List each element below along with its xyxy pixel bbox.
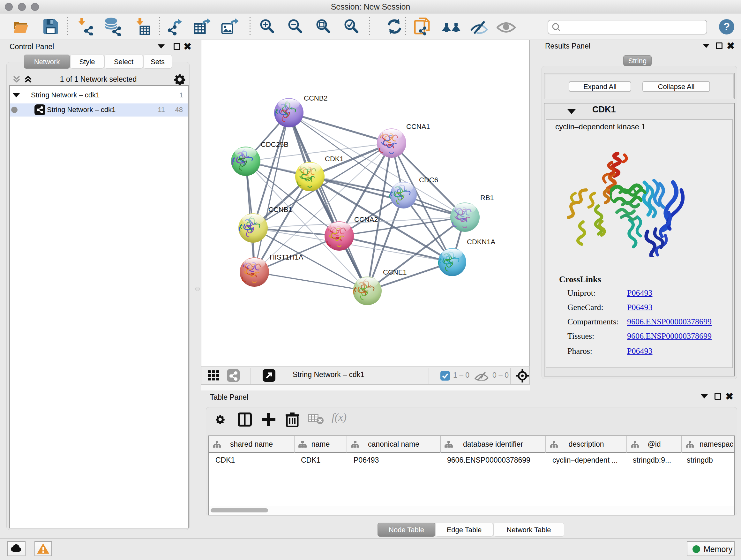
svg-text:CDKN1A: CDKN1A bbox=[467, 238, 495, 246]
svg-text:CDK1: CDK1 bbox=[325, 155, 344, 163]
svg-text:?: ? bbox=[724, 20, 730, 33]
svg-text:RB1: RB1 bbox=[480, 194, 494, 202]
svg-text:CCNA2: CCNA2 bbox=[354, 215, 378, 224]
svg-text:CCNA1: CCNA1 bbox=[406, 123, 430, 131]
svg-text:CDC6: CDC6 bbox=[419, 176, 438, 184]
svg-text:HIST1H1A: HIST1H1A bbox=[270, 253, 303, 261]
svg-text:CCNE1: CCNE1 bbox=[383, 268, 407, 276]
svg-text:CDC25B: CDC25B bbox=[261, 140, 288, 148]
svg-text:CCNB2: CCNB2 bbox=[304, 94, 328, 102]
svg-text:CCNB1: CCNB1 bbox=[268, 206, 292, 213]
